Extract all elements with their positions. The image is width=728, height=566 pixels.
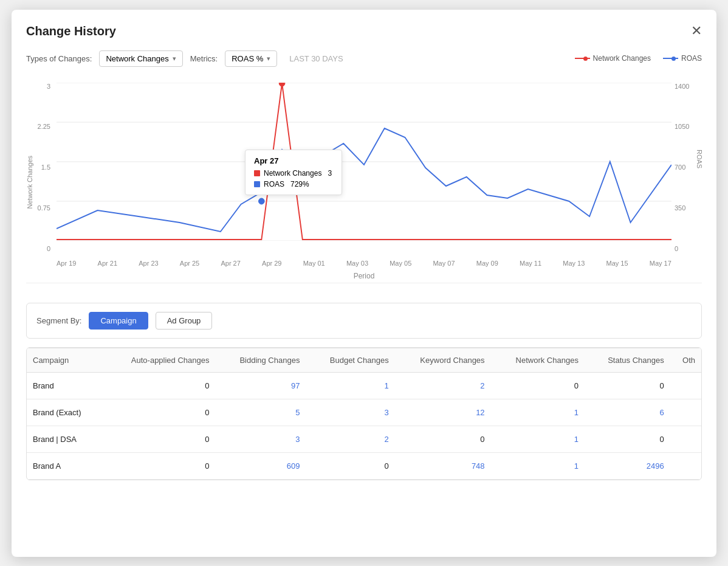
change-history-modal: Change History ✕ Types of Changes: Netwo… [12,10,716,557]
tooltip-red-icon [254,170,260,176]
table-row: Brand 0 97 1 2 0 0 [27,372,701,399]
x-apr27: Apr 27 [221,260,240,267]
cell-network: 0 [491,372,585,399]
y-left-225: 2.25 [38,123,50,130]
table-row: Brand | DSA 0 3 2 0 1 0 [27,426,701,452]
y-right-700: 700 [675,164,685,171]
cell-budget: 2 [306,426,394,452]
metrics-label: Metrics: [190,54,218,63]
table-row: Brand (Exact) 0 5 3 12 1 6 [27,399,701,426]
y-left-15: 1.5 [41,164,50,171]
types-dropdown[interactable]: Network Changes ▾ [99,50,182,67]
x-may07: May 07 [433,260,455,267]
y-left-075: 0.75 [38,204,50,212]
legend-network-changes: Network Changes [575,54,651,63]
x-apr23: Apr 23 [139,260,158,267]
cell-other [670,452,701,479]
cell-auto: 0 [102,372,215,399]
cell-keyword: 748 [395,452,491,479]
cell-bidding: 97 [215,372,306,399]
date-range-label: LAST 30 DAYS [289,54,343,63]
chart-tooltip: Apr 27 Network Changes 3 ROAS 729% [245,150,342,195]
legend-blue-line-icon [663,57,678,61]
controls-row: Types of Changes: Network Changes ▾ Metr… [26,50,702,67]
x-apr19: Apr 19 [57,260,76,267]
cell-campaign: Brand A [27,452,102,479]
types-value: Network Changes [106,54,168,63]
cell-network: 1 [491,399,585,426]
metrics-value: ROAS % [232,54,263,63]
cell-status: 0 [585,426,670,452]
x-axis-labels: Apr 19 Apr 21 Apr 23 Apr 25 Apr 27 Apr 2… [57,260,671,267]
y-right-title: ROAS [696,150,703,168]
cell-network: 1 [491,452,585,479]
y-right-1400: 1400 [675,83,689,90]
x-may03: May 03 [346,260,368,267]
cell-status: 2496 [585,452,670,479]
x-apr25: Apr 25 [180,260,199,267]
modal-header: Change History ✕ [26,24,702,38]
y-left-title: Network Changes [26,156,33,209]
segment-label: Segment By: [36,316,81,325]
x-may01: May 01 [303,260,325,267]
svg-point-6 [279,83,285,86]
tooltip-date: Apr 27 [254,156,333,165]
cell-bidding: 5 [215,399,306,426]
data-table-wrapper: Campaign Auto-applied Changes Bidding Ch… [26,347,702,480]
x-may11: May 11 [520,260,541,267]
legend-network-label: Network Changes [593,54,651,63]
col-keyword: Keyword Changes [395,348,491,372]
col-other: Oth [670,348,701,372]
cell-campaign: Brand (Exact) [27,399,102,426]
cell-auto: 0 [102,426,215,452]
col-network: Network Changes [491,348,585,372]
table-header-row: Campaign Auto-applied Changes Bidding Ch… [27,348,701,372]
cell-keyword: 12 [395,399,491,426]
tooltip-network-label: Network Changes [264,169,321,178]
adgroup-segment-button[interactable]: Ad Group [156,312,213,330]
y-right-0: 0 [675,245,678,252]
cell-other [670,426,701,452]
modal-title: Change History [26,24,116,38]
types-chevron-icon: ▾ [173,55,176,63]
tooltip-roas-item: ROAS 729% [254,180,333,188]
cell-keyword: 2 [395,372,491,399]
tooltip-network-item: Network Changes 3 [254,169,333,178]
campaign-segment-button[interactable]: Campaign [89,312,148,330]
cell-budget: 1 [306,372,394,399]
metrics-chevron-icon: ▾ [267,55,270,63]
x-may17: May 17 [650,260,671,267]
cell-other [670,399,701,426]
col-budget: Budget Changes [306,348,394,372]
tooltip-blue-icon [254,181,260,187]
tooltip-network-value: 3 [328,169,332,178]
x-apr21: Apr 21 [98,260,117,267]
close-button[interactable]: ✕ [691,24,702,38]
y-left-0: 0 [47,245,50,252]
y-right-350: 350 [675,204,685,212]
x-may13: May 13 [563,260,585,267]
legend-roas-label: ROAS [681,54,702,63]
cell-other [670,372,701,399]
col-bidding: Bidding Changes [215,348,306,372]
table-row: Brand A 0 609 0 748 1 2496 [27,452,701,479]
metrics-dropdown[interactable]: ROAS % ▾ [225,50,277,67]
y-left-3: 3 [47,83,50,90]
cell-status: 0 [585,372,670,399]
x-may05: May 05 [390,260,411,267]
tooltip-roas-label: ROAS [264,180,284,188]
cell-campaign: Brand | DSA [27,426,102,452]
x-apr29: Apr 29 [262,260,281,267]
cell-status: 6 [585,399,670,426]
cell-budget: 0 [306,452,394,479]
cell-bidding: 3 [215,426,306,452]
legend-red-line-icon [575,57,590,61]
tooltip-roas-value: 729% [290,180,309,188]
data-table: Campaign Auto-applied Changes Bidding Ch… [27,348,701,480]
cell-auto: 0 [102,399,215,426]
y-right-1050: 1050 [675,123,689,130]
legend-roas: ROAS [663,54,702,63]
col-status: Status Changes [585,348,670,372]
segment-bar: Segment By: Campaign Ad Group [26,303,702,339]
x-may15: May 15 [606,260,628,267]
